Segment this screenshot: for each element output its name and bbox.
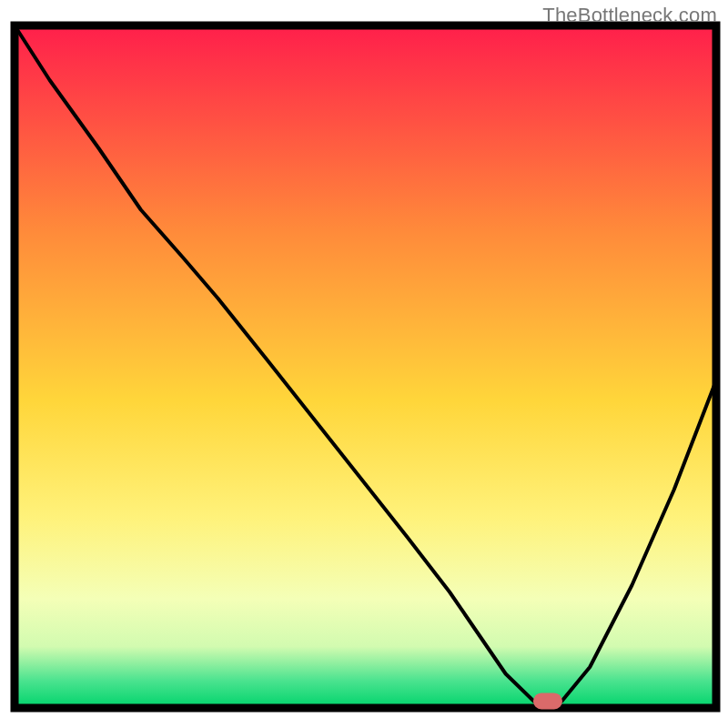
plot-background	[15, 25, 716, 708]
chart-svg	[0, 0, 728, 728]
chart-container: TheBottleneck.com	[0, 0, 728, 728]
highlight-marker	[533, 693, 562, 710]
watermark-text: TheBottleneck.com	[542, 4, 717, 27]
